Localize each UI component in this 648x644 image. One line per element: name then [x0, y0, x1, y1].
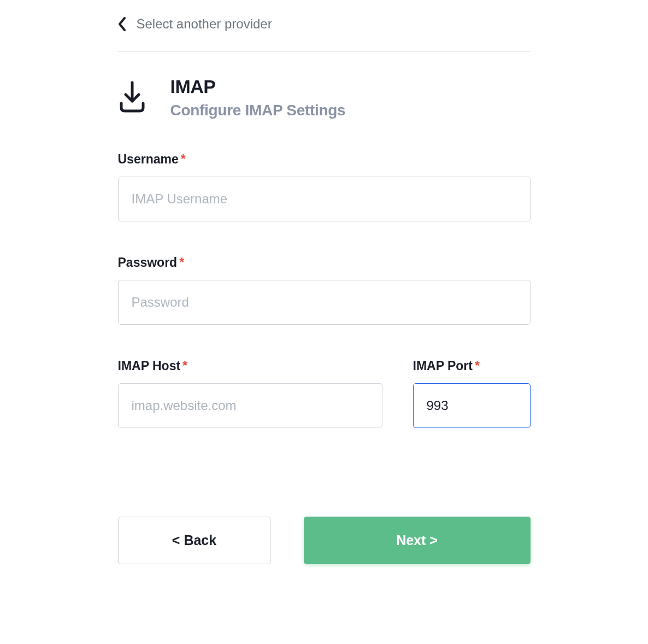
password-label: Password*	[118, 255, 531, 270]
required-marker: *	[182, 359, 187, 373]
required-marker: *	[181, 152, 186, 166]
host-label: IMAP Host*	[118, 359, 382, 373]
password-input[interactable]	[118, 280, 531, 325]
required-marker: *	[475, 359, 480, 373]
username-input[interactable]	[118, 177, 531, 221]
back-button[interactable]: < Back	[118, 517, 271, 564]
page-title: IMAP	[170, 76, 346, 97]
next-button[interactable]: Next >	[304, 517, 531, 564]
download-icon	[118, 80, 146, 113]
select-another-provider-link[interactable]: Select another provider	[118, 16, 531, 52]
username-label: Username*	[118, 152, 531, 167]
page-header: IMAP Configure IMAP Settings	[118, 52, 531, 152]
back-link-label: Select another provider	[137, 16, 272, 32]
port-input[interactable]	[413, 383, 531, 428]
chevron-left-icon	[118, 17, 127, 31]
host-input[interactable]	[118, 383, 382, 428]
required-marker: *	[179, 255, 184, 270]
page-subtitle: Configure IMAP Settings	[170, 102, 346, 119]
port-label: IMAP Port*	[413, 359, 531, 373]
